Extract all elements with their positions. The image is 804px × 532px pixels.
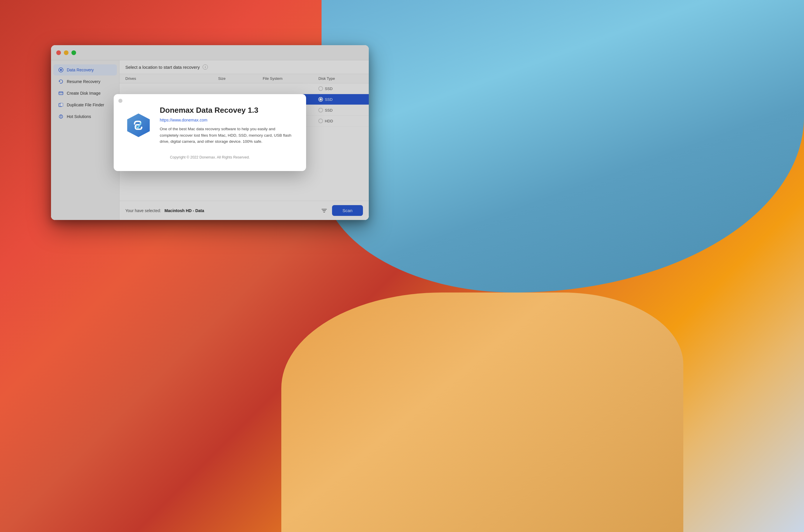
svg-point-13 (141, 127, 142, 128)
about-dialog: Donemax Data Recovey 1.3 https://www.don… (114, 94, 306, 171)
dialog-header: Donemax Data Recovey 1.3 https://www.don… (125, 106, 295, 145)
app-info: Donemax Data Recovey 1.3 https://www.don… (160, 106, 295, 145)
app-url[interactable]: https://www.donemax.com (160, 118, 295, 122)
app-icon (125, 112, 152, 138)
dialog-overlay[interactable]: Donemax Data Recovey 1.3 https://www.don… (51, 45, 369, 220)
app-name: Donemax Data Recovey 1.3 (160, 106, 295, 115)
app-window: Data Recovery Resume Recovery (51, 45, 369, 220)
dialog-close-button[interactable] (118, 99, 123, 103)
app-description: One of the best Mac data recovery softwa… (160, 126, 295, 145)
dialog-copyright: Copyright © 2022 Donemax. All Rights Res… (125, 155, 295, 159)
